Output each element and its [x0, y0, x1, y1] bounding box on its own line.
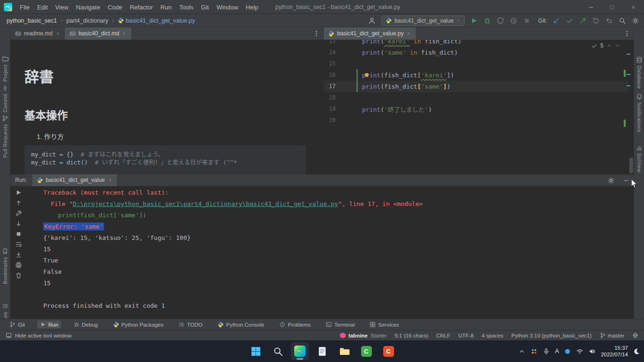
stop-button[interactable] [15, 230, 22, 238]
run-tab[interactable]: basic41_dict_get_value [32, 174, 116, 186]
rerun-button[interactable] [15, 189, 22, 196]
menu-git[interactable]: Git [197, 4, 213, 11]
soft-wrap-button[interactable] [15, 241, 22, 248]
toolwindow-terminal[interactable]: Terminal [323, 321, 357, 329]
navigate-down-button[interactable] [15, 220, 22, 227]
taskbar-file-explorer[interactable] [335, 342, 353, 360]
ime-indicator[interactable]: A [555, 348, 559, 354]
scroll-to-end-button[interactable] [15, 251, 22, 258]
search-button[interactable] [619, 17, 626, 25]
toolwindow-git[interactable]: Git [7, 321, 28, 329]
chevron-up-icon[interactable] [518, 348, 525, 355]
indent-style[interactable]: 4 spaces [482, 333, 503, 338]
profiler-button[interactable] [510, 17, 517, 25]
line-separator[interactable]: CRLF [436, 333, 450, 338]
run-button[interactable] [470, 17, 478, 25]
print-button[interactable] [15, 262, 22, 269]
toolwindow-debug[interactable]: Debug [71, 321, 101, 329]
taskbar-app-c-green[interactable]: C [357, 342, 375, 360]
tab-close-icon[interactable] [122, 31, 127, 36]
editor-scrollbar[interactable] [629, 157, 633, 173]
stripe-item-notifications[interactable]: Notifications [634, 93, 644, 132]
breadcrumb-item[interactable]: python_basic_sec1 [5, 17, 59, 25]
tab-close-icon[interactable] [108, 178, 113, 182]
toolwindow-python-packages[interactable]: Python Packages [110, 321, 167, 329]
cortana-icon[interactable] [564, 348, 571, 355]
toolwindow-python-console[interactable]: Python Console [215, 321, 267, 329]
toolwindow-problems[interactable]: Problems [276, 321, 314, 329]
code-line-16[interactable]: 16print(fish_dict['karei']) [323, 69, 628, 81]
run-console-output[interactable]: Traceback (most recent call last): File … [43, 187, 624, 312]
run-settings-button[interactable] [607, 177, 615, 184]
volume-icon[interactable] [588, 348, 596, 355]
coverage-button[interactable] [497, 17, 504, 25]
navigate-up-button[interactable] [15, 199, 22, 206]
clear-button[interactable] [15, 272, 22, 279]
tab-options-kebab-icon[interactable] [623, 30, 631, 37]
widgets-icon[interactable] [531, 348, 538, 355]
microphone-icon[interactable] [543, 348, 550, 355]
taskbar-clock[interactable]: 15:372022/07/14 [601, 345, 628, 358]
settings-button[interactable] [632, 17, 639, 25]
file-encoding[interactable]: UTF-8 [459, 333, 474, 338]
maximize-button[interactable] [602, 0, 623, 14]
menu-window[interactable]: Window [213, 4, 242, 11]
close-button[interactable] [623, 0, 644, 14]
stop-button[interactable] [523, 17, 531, 25]
tab-close-icon[interactable] [56, 31, 60, 36]
tab-basic40-dict-md[interactable]: basic40_dict.md [65, 27, 132, 40]
menu-file[interactable]: File [16, 4, 33, 11]
breadcrumb-item[interactable]: part4_dictionary [64, 17, 110, 25]
git-push-button[interactable] [579, 17, 587, 25]
stripe-item-project[interactable]: Project [0, 56, 10, 82]
code-line-17[interactable]: 17print(fish_dict['same']) [323, 81, 628, 92]
tabnine-widget[interactable]: tabnineStarter [340, 333, 386, 338]
git-rollback-button[interactable] [605, 17, 613, 25]
menu-navigate[interactable]: Navigate [72, 4, 104, 11]
tab-basic41-dict-get-value-py[interactable]: basic41_dict_get_value.py [323, 27, 416, 40]
wifi-icon[interactable] [576, 348, 583, 355]
next-problem-icon[interactable] [615, 43, 620, 49]
taskbar-search[interactable] [269, 342, 287, 360]
toolwindow-todo[interactable]: TODO [176, 321, 205, 329]
hide-panel-button[interactable] [622, 177, 630, 184]
menu-view[interactable]: View [51, 4, 72, 11]
settings-button[interactable] [15, 210, 22, 217]
python-interpreter[interactable]: Python 3.10 (python_basic_sec1) [511, 333, 592, 338]
stripe-item-sciview[interactable]: SciView [634, 144, 644, 173]
code-editor-pane[interactable]: 13print('karei' in fish_dict)14print('sa… [323, 27, 634, 174]
toolwindow-services[interactable]: Services [367, 321, 402, 329]
code-line-15[interactable]: 15 [323, 58, 628, 69]
taskbar-pycharm[interactable]: PC [291, 342, 309, 360]
git-branch-widget[interactable]: master [600, 332, 624, 338]
status-hint[interactable]: Hide active tool window [6, 332, 72, 338]
menu-code[interactable]: Code [104, 4, 126, 11]
menu-edit[interactable]: Edit [33, 4, 51, 11]
focus-assist-icon[interactable] [633, 348, 640, 355]
taskbar-notepad[interactable] [313, 342, 331, 360]
tab-close-icon[interactable] [406, 31, 411, 36]
stripe-item-pull-requests[interactable]: Pull Requests [0, 115, 10, 158]
taskbar-app-c-orange[interactable]: C [379, 342, 397, 360]
git-commit-button[interactable] [566, 17, 573, 25]
menu-refactor[interactable]: Refactor [126, 4, 157, 11]
menu-help[interactable]: Help [242, 4, 262, 11]
code-line-18[interactable]: 18 [323, 92, 628, 103]
stripe-item-bookmarks[interactable]: Bookmarks [0, 248, 10, 284]
inspections-widget[interactable]: 5 [591, 42, 620, 49]
git-update-button[interactable] [553, 17, 560, 25]
prev-problem-icon[interactable] [606, 43, 612, 49]
stacktrace-link[interactable]: D:\projects\python_basic_sec1\part4_dict… [73, 200, 338, 207]
status-globe-icon[interactable] [632, 332, 638, 338]
minimize-button[interactable] [580, 0, 602, 14]
tab-options-kebab-icon[interactable] [313, 30, 320, 37]
tab-readme-md[interactable]: readme.md [10, 27, 65, 40]
debug-button[interactable] [483, 17, 491, 25]
code-line-19[interactable]: 19print('終了しました') [323, 103, 628, 115]
run-config-select[interactable]: basic41_dict_get_value [381, 16, 465, 26]
user-icon[interactable] [368, 17, 376, 25]
breadcrumb-item[interactable]: basic41_dict_get_value.py [116, 17, 197, 25]
stripe-item-commit[interactable]: Commit [0, 85, 10, 113]
code-line-14[interactable]: 14print('same' in fish_dict) [323, 47, 628, 58]
git-history-button[interactable] [592, 17, 600, 25]
